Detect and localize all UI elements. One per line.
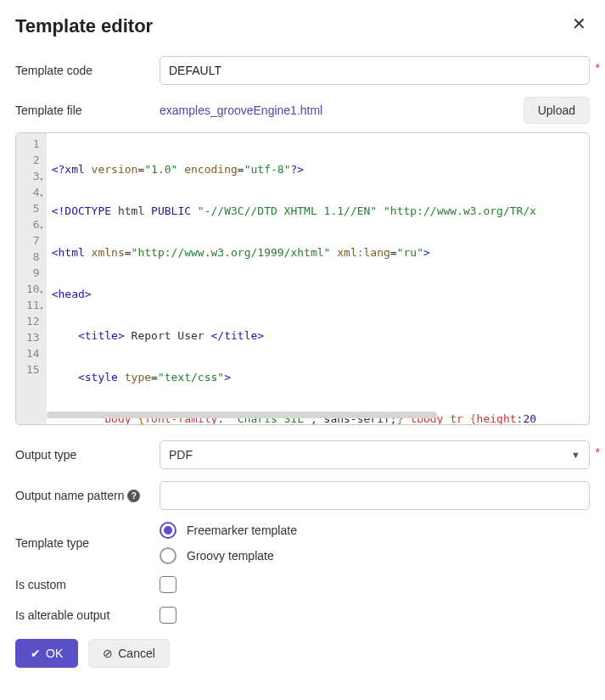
required-marker: * xyxy=(596,445,600,459)
horizontal-scrollbar[interactable] xyxy=(47,412,437,418)
is-alterable-label: Is alterable output xyxy=(15,608,160,622)
line-number: 14 xyxy=(26,345,40,361)
line-number: 1 xyxy=(26,136,40,152)
radio-freemarker[interactable]: Freemarker template xyxy=(160,522,590,539)
required-marker: * xyxy=(596,61,600,75)
line-number: 7 xyxy=(26,232,40,249)
line-number: 8 xyxy=(26,249,40,265)
line-number: 4▾ xyxy=(26,184,40,200)
template-file-link[interactable]: examples_grooveEngine1.html xyxy=(160,104,322,117)
upload-button[interactable]: Upload xyxy=(524,97,590,124)
cancel-icon: ⊘ xyxy=(103,647,113,660)
fold-icon[interactable]: ▾ xyxy=(39,188,43,204)
help-icon[interactable]: ? xyxy=(127,490,140,502)
fold-icon[interactable]: ▾ xyxy=(39,220,43,236)
editor-gutter: 1 2 3▾ 4▾ 5 6▾ 7 8 9 10▾ 11▾ 12 13 14 15 xyxy=(16,133,47,424)
line-number: 9 xyxy=(26,265,40,281)
output-type-value: PDF xyxy=(169,448,193,462)
template-file-label: Template file xyxy=(15,104,160,117)
line-number: 15 xyxy=(26,361,40,378)
output-type-select[interactable]: PDF ▼ xyxy=(160,440,590,469)
is-alterable-checkbox[interactable] xyxy=(160,607,176,624)
line-number: 6▾ xyxy=(26,216,40,232)
editor-content[interactable]: <?xml version="1.0" encoding="utf-8"?> <… xyxy=(47,133,589,424)
radio-icon xyxy=(160,522,176,539)
fold-icon[interactable]: ▾ xyxy=(39,284,43,300)
output-name-pattern-input[interactable] xyxy=(160,481,590,510)
fold-icon[interactable]: ▾ xyxy=(39,171,43,188)
line-number: 3▾ xyxy=(26,168,40,184)
is-custom-checkbox[interactable] xyxy=(160,576,176,593)
cancel-button[interactable]: ⊘ Cancel xyxy=(88,639,170,668)
chevron-down-icon: ▼ xyxy=(571,450,580,460)
radio-label: Freemarker template xyxy=(187,524,297,537)
code-editor[interactable]: 1 2 3▾ 4▾ 5 6▾ 7 8 9 10▾ 11▾ 12 13 14 15… xyxy=(15,132,590,425)
line-number: 11▾ xyxy=(26,297,40,313)
ok-button[interactable]: ✔ OK xyxy=(15,639,78,668)
line-number: 12 xyxy=(26,313,40,329)
template-type-label: Template type xyxy=(15,536,160,550)
line-number: 10▾ xyxy=(26,281,40,297)
fold-icon[interactable]: ▾ xyxy=(39,300,43,316)
line-number: 2 xyxy=(26,152,40,168)
dialog-title: Template editor xyxy=(15,15,153,37)
radio-label: Groovy template xyxy=(187,549,274,563)
output-name-pattern-label: Output name pattern ? xyxy=(15,489,160,502)
close-icon[interactable]: ✕ xyxy=(569,15,590,32)
ok-label: OK xyxy=(46,647,63,660)
radio-groovy[interactable]: Groovy template xyxy=(160,547,590,564)
output-type-label: Output type xyxy=(15,448,160,462)
template-code-input[interactable] xyxy=(160,56,590,85)
line-number: 13 xyxy=(26,329,40,345)
line-number: 5 xyxy=(26,200,40,216)
cancel-label: Cancel xyxy=(118,647,155,660)
is-custom-label: Is custom xyxy=(15,578,160,591)
radio-icon xyxy=(160,547,176,564)
template-code-label: Template code xyxy=(15,64,160,77)
check-icon: ✔ xyxy=(31,647,41,660)
